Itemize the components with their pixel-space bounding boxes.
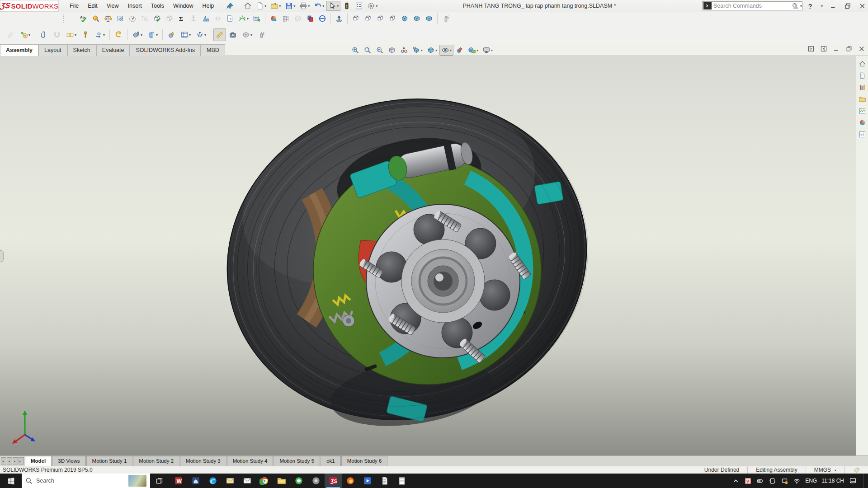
mesh-quality-button[interactable] (280, 13, 292, 24)
gears-button[interactable] (139, 13, 151, 24)
model-tab-motion-study-2[interactable]: Motion Study 2 (133, 456, 179, 466)
app-grey-circle-taskbar-button[interactable] (307, 474, 325, 488)
tab-evaluate[interactable]: Evaluate (96, 44, 130, 56)
dropdown-arrow-icon[interactable]: ▾ (279, 4, 281, 8)
symmetry-check-button[interactable] (212, 13, 224, 24)
restore-button[interactable] (844, 1, 852, 10)
tab-layout[interactable]: Layout (38, 44, 67, 56)
drum-brake-assembly-model[interactable] (0, 56, 856, 455)
featuremanager-flyout-handle[interactable] (0, 250, 4, 262)
search-commands-placeholder[interactable]: Search Commands (713, 3, 792, 9)
minimize-button[interactable] (829, 1, 837, 10)
search-highlight-image[interactable] (128, 475, 146, 487)
view-cube-back-button[interactable] (362, 13, 374, 24)
tray-wifi-tray-button[interactable] (793, 477, 801, 485)
app-folder-taskbar-button[interactable] (273, 474, 290, 488)
check-document-button[interactable] (151, 13, 163, 24)
design-binder-magnifier-button[interactable] (90, 13, 102, 24)
show-hidden-components-button[interactable] (112, 28, 125, 41)
view-cube-dimetric-button[interactable] (411, 13, 423, 24)
tab-prev-button[interactable]: ◀ (7, 457, 12, 465)
close-button[interactable] (858, 1, 866, 10)
app-red-taskbar-button[interactable]: W (170, 474, 187, 488)
doc-close-button[interactable] (858, 45, 865, 52)
assembly-features-button[interactable]: ▾ (130, 28, 145, 41)
app-home-blue-taskbar-button[interactable] (187, 474, 204, 488)
app-notepad-taskbar-button[interactable] (393, 474, 410, 488)
print-button[interactable]: ▾ (297, 1, 311, 11)
hide-show-items-button[interactable]: ▾ (439, 45, 453, 56)
equations-button[interactable]: Σ (175, 13, 187, 24)
reference-geometry-button[interactable]: ▾ (145, 28, 160, 41)
tab-next-button[interactable]: ▶ (13, 457, 18, 465)
large-assembly-mode-button[interactable]: ▾ (240, 28, 255, 41)
curvature-button[interactable]: ▾ (236, 13, 250, 24)
dropdown-arrow-icon[interactable]: ▾ (491, 48, 493, 52)
user-account-icon[interactable] (792, 1, 800, 10)
model-tab-motion-study-5[interactable]: Motion Study 5 (274, 456, 320, 466)
compare-documents-button[interactable] (304, 13, 316, 24)
save-button[interactable]: ▾ (283, 1, 297, 11)
new-motion-study-button[interactable] (165, 28, 178, 41)
move-component-button[interactable]: ▾ (92, 28, 107, 41)
exploded-view-button[interactable]: ▾ (193, 28, 208, 41)
instant3d-ruler-button[interactable] (213, 28, 226, 41)
model-tab-ok1[interactable]: ok1 (321, 456, 341, 466)
dropdown-arrow-icon[interactable]: ▾ (264, 4, 266, 8)
dropdown-arrow-icon[interactable]: ▾ (75, 33, 76, 37)
dropdown-arrow-icon[interactable]: ▾ (435, 48, 437, 52)
app-media-blue-taskbar-button[interactable] (359, 474, 376, 488)
search-commands-box[interactable]: Search Commands ▾ (702, 1, 802, 10)
tab-assembly[interactable]: Assembly (0, 44, 38, 56)
view-orientation-button[interactable]: ▾ (410, 45, 425, 56)
task-view-button[interactable] (150, 474, 168, 488)
open-file-button[interactable]: ▾ (269, 1, 283, 11)
dropdown-arrow-icon[interactable]: ▾ (450, 48, 452, 52)
dropdown-arrow-icon[interactable]: ▾ (337, 4, 339, 8)
view-cube-isometric-button[interactable] (399, 13, 410, 24)
show-desktop-button[interactable] (863, 474, 865, 488)
doc-minimize-button[interactable] (833, 45, 840, 52)
taskbar-search-box[interactable]: Search (22, 474, 150, 488)
file-explorer-pane-button[interactable] (857, 94, 868, 104)
appearance-spray2-button[interactable] (255, 28, 268, 41)
model-tab-motion-study-3[interactable]: Motion Study 3 (180, 456, 226, 466)
model-tab-motion-study-1[interactable]: Motion Study 1 (86, 456, 133, 466)
menu-tools[interactable]: Tools (146, 1, 169, 11)
doc-question-button[interactable]: ? (224, 13, 236, 24)
taskpane-home-button[interactable] (857, 59, 868, 69)
previous-view-button[interactable] (374, 45, 386, 56)
select-cursor-button[interactable]: ▾ (326, 1, 340, 11)
view-cube-front-button[interactable] (350, 13, 362, 24)
take-snapshot-button[interactable] (226, 28, 239, 41)
zoom-to-fit-button[interactable] (349, 45, 361, 56)
app-green-messenger-taskbar-button[interactable] (290, 474, 307, 488)
taskbar-search-placeholder[interactable]: Search (36, 478, 54, 484)
dropdown-arrow-icon[interactable]: ▾ (103, 33, 105, 37)
view-cube-left-button[interactable] (374, 13, 386, 24)
toolbar-drag-handle[interactable] (63, 14, 66, 23)
spell-check-button[interactable]: Abc (78, 13, 90, 24)
view-settings-button[interactable]: ▾ (481, 45, 495, 56)
app-doc-grey-taskbar-button[interactable] (376, 474, 393, 488)
tray-clock[interactable]: 11:18 CH (821, 478, 844, 484)
dropdown-arrow-icon[interactable]: ▾ (250, 33, 252, 37)
edit-component-button[interactable] (5, 28, 17, 41)
linear-component-pattern-button[interactable]: ▾ (64, 28, 79, 41)
display-style-button[interactable]: ▾ (425, 45, 439, 56)
pin-menu-icon[interactable] (226, 2, 234, 9)
appearances-scenes-button[interactable] (857, 117, 868, 127)
pane-collapse-right-button[interactable] (820, 45, 827, 52)
zoom-to-area-button[interactable] (362, 45, 373, 56)
dropdown-arrow-icon[interactable]: ▾ (204, 33, 206, 37)
status-tag-button[interactable] (844, 466, 868, 474)
menu-file[interactable]: File (65, 1, 83, 11)
dropdown-arrow-icon[interactable]: ▾ (247, 17, 249, 21)
mate-button[interactable] (38, 28, 50, 41)
dropdown-arrow-icon[interactable]: ▾ (189, 33, 191, 37)
draft-analysis-button[interactable] (200, 13, 212, 24)
help-dropdown-arrow[interactable]: ▾ (821, 4, 823, 8)
dropdown-arrow-icon[interactable]: ▾ (28, 33, 30, 37)
menu-window[interactable]: Window (169, 1, 198, 11)
doc-restore-button[interactable] (845, 45, 853, 52)
